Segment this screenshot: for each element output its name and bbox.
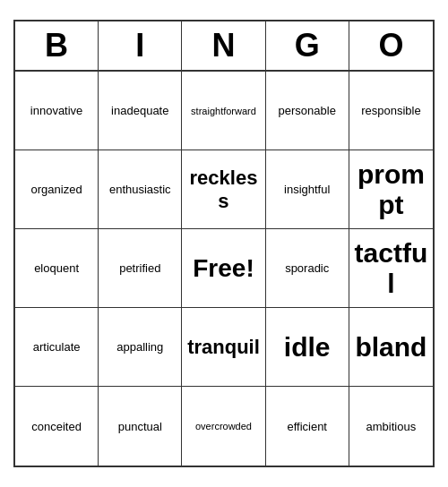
header-letter: N xyxy=(182,21,265,70)
header-letter: B xyxy=(15,21,99,70)
bingo-cell: Free! xyxy=(182,229,265,308)
bingo-cell: organized xyxy=(15,150,99,229)
bingo-cell: eloquent xyxy=(15,229,99,308)
bingo-cell: enthusiastic xyxy=(99,150,182,229)
bingo-cell: ambitious xyxy=(349,387,433,466)
bingo-cell: petrified xyxy=(99,229,182,308)
bingo-cell: innovative xyxy=(15,72,99,150)
bingo-cell: tranquil xyxy=(182,308,265,387)
bingo-cell: sporadic xyxy=(266,229,349,308)
bingo-cell: articulate xyxy=(15,308,99,387)
bingo-cell: straightforward xyxy=(182,72,265,150)
bingo-cell: bland xyxy=(349,308,433,387)
header-letter: G xyxy=(266,21,349,70)
header-letter: I xyxy=(99,21,182,70)
bingo-cell: tactful xyxy=(349,229,433,308)
bingo-cell: appalling xyxy=(99,308,182,387)
bingo-cell: inadequate xyxy=(99,72,182,150)
bingo-cell: responsible xyxy=(349,72,433,150)
bingo-card: BINGO innovativeinadequatestraightforwar… xyxy=(13,20,435,467)
bingo-header: BINGO xyxy=(15,21,433,72)
header-letter: O xyxy=(349,21,433,70)
bingo-cell: idle xyxy=(266,308,349,387)
bingo-cell: reckless xyxy=(182,150,265,229)
bingo-cell: insightful xyxy=(266,150,349,229)
bingo-cell: prompt xyxy=(349,150,433,229)
bingo-cell: punctual xyxy=(99,387,182,466)
bingo-cell: overcrowded xyxy=(182,387,265,466)
bingo-cell: conceited xyxy=(15,387,99,466)
bingo-cell: personable xyxy=(266,72,349,150)
bingo-cell: efficient xyxy=(266,387,349,466)
bingo-grid: innovativeinadequatestraightforwardperso… xyxy=(15,72,433,466)
